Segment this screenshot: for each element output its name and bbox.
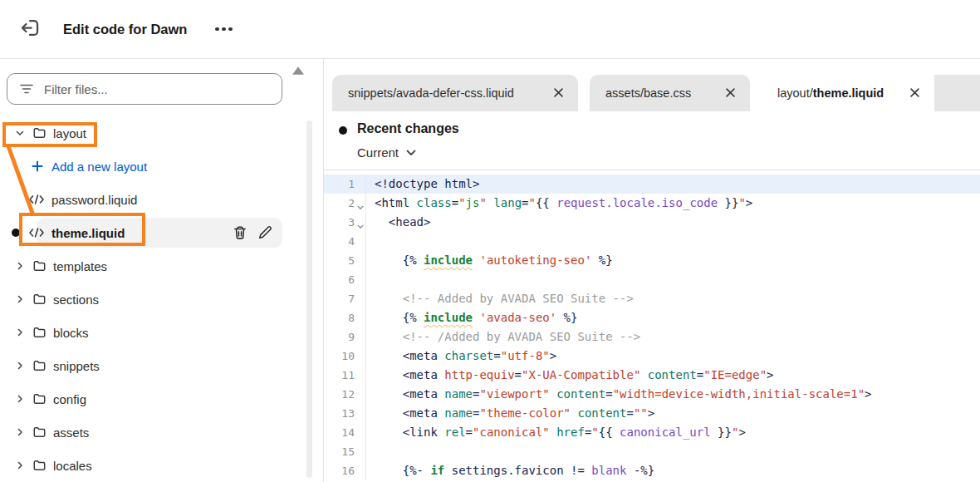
code-line-12[interactable]: 12 <meta name="viewport" content="width=… xyxy=(324,385,980,404)
open-files-tabbar: snippets/avada-defer-css.liquidassets/ba… xyxy=(324,75,980,111)
code-line-16[interactable]: 16 {%- if settings.favicon != blank -%} xyxy=(324,461,980,480)
line-number: 13 xyxy=(324,404,366,423)
sidebar-item-layout[interactable]: layout xyxy=(0,116,323,150)
editor-main: snippets/avada-defer-css.liquidassets/ba… xyxy=(324,58,980,482)
line-number: 5 xyxy=(324,251,366,270)
chevron-right-icon xyxy=(15,261,25,271)
code-line-text: <meta http-equiv="X-UA-Compatible" conte… xyxy=(366,366,774,385)
sidebar-item-blocks[interactable]: blocks xyxy=(0,316,323,349)
code-line-text: <link rel="canonical" href="{{ canonical… xyxy=(366,423,746,442)
code-line-4[interactable]: 4 xyxy=(324,232,980,251)
line-number: 7 xyxy=(324,289,366,308)
line-number: 9 xyxy=(324,327,366,347)
line-number: 11 xyxy=(324,366,366,385)
code-line-text xyxy=(366,270,375,289)
code-line-1[interactable]: 1<!doctype html> xyxy=(324,175,980,194)
chevron-right-icon xyxy=(15,361,25,371)
trash-icon xyxy=(233,225,247,240)
plus-icon xyxy=(32,160,43,172)
tab-label: layout/theme.liquid xyxy=(777,86,899,100)
pencil-icon xyxy=(257,225,272,240)
code-line-2[interactable]: 2<html class="js" lang="{{ request.local… xyxy=(324,194,980,213)
sidebar-item-add-a-new-layout[interactable]: Add a new layout xyxy=(0,150,323,183)
sidebar-item-label: templates xyxy=(53,259,107,273)
exit-icon xyxy=(18,17,41,42)
code-line-text: <!-- Added by AVADA SEO Suite --> xyxy=(366,289,634,308)
code-line-15[interactable]: 15 xyxy=(324,442,980,461)
kebab-menu-icon xyxy=(215,27,233,32)
sidebar-item-config[interactable]: config xyxy=(0,382,323,416)
tab-close-button[interactable] xyxy=(723,84,738,103)
code-line-text: {%- if settings.favicon != blank -%} xyxy=(366,461,654,480)
code-line-text: <meta name="viewport" content="width=dev… xyxy=(366,385,872,404)
sidebar-item-label: sections xyxy=(53,293,99,307)
sidebar-item-password-liquid[interactable]: password.liquid xyxy=(0,183,323,216)
top-bar: Edit code for Dawn xyxy=(0,0,980,59)
code-editor[interactable]: 1<!doctype html>2<html class="js" lang="… xyxy=(324,171,980,482)
tab-close-button[interactable] xyxy=(551,84,566,103)
line-number: 15 xyxy=(324,442,366,461)
page-title: Edit code for Dawn xyxy=(63,22,187,37)
tab-theme.liquid[interactable]: layout/theme.liquid xyxy=(762,75,934,111)
chevron-right-icon xyxy=(15,294,25,304)
scroll-up-icon[interactable] xyxy=(292,63,304,71)
folder-icon xyxy=(32,459,47,472)
code-line-text: <meta charset="utf-8"> xyxy=(366,347,556,366)
line-number: 12 xyxy=(324,385,366,404)
version-dropdown[interactable]: Current xyxy=(357,145,416,160)
code-line-text: {% include 'avada-seo' %} xyxy=(366,308,577,327)
code-file-icon xyxy=(28,227,45,239)
tab-label: snippets/avada-defer-css.liquid xyxy=(348,86,542,100)
sidebar-item-sections[interactable]: sections xyxy=(0,283,323,316)
code-line-13[interactable]: 13 <meta name="theme-color" content=""> xyxy=(324,404,980,423)
code-line-6[interactable]: 6 xyxy=(324,270,980,289)
sidebar-item-label: blocks xyxy=(53,326,89,340)
chevron-right-icon xyxy=(15,427,25,437)
chevron-down-icon xyxy=(15,128,25,138)
fold-toggle[interactable] xyxy=(356,218,365,226)
sidebar-item-label: config xyxy=(53,392,86,406)
fold-toggle[interactable] xyxy=(356,199,365,207)
code-line-text xyxy=(366,442,375,461)
folder-icon xyxy=(32,326,47,339)
folder-icon xyxy=(32,126,47,140)
file-sidebar: layoutAdd a new layoutpassword.liquidthe… xyxy=(0,58,324,482)
code-line-text: <!-- /Added by AVADA SEO Suite --> xyxy=(366,327,640,347)
close-icon xyxy=(554,87,563,100)
sidebar-item-assets[interactable]: assets xyxy=(0,416,323,449)
code-line-8[interactable]: 8 {% include 'avada-seo' %} xyxy=(324,308,980,327)
tab-snippets-avada-defer-css.liquid[interactable]: snippets/avada-defer-css.liquid xyxy=(332,75,578,111)
tab-close-button[interactable] xyxy=(907,84,923,103)
sidebar-item-label: assets xyxy=(53,425,89,440)
folder-icon xyxy=(32,392,47,406)
code-line-14[interactable]: 14 <link rel="canonical" href="{{ canoni… xyxy=(324,423,980,442)
code-line-10[interactable]: 10 <meta charset="utf-8"> xyxy=(324,347,980,366)
tab-assets-base.css[interactable]: assets/base.css xyxy=(590,75,750,111)
tabbar-filler xyxy=(934,75,980,111)
code-line-9[interactable]: 9 <!-- /Added by AVADA SEO Suite --> xyxy=(324,327,980,347)
folder-icon xyxy=(32,425,47,439)
line-number: 2 xyxy=(324,194,366,213)
rename-file-button[interactable] xyxy=(257,224,273,241)
code-line-5[interactable]: 5 {% include 'autoketing-seo' %} xyxy=(324,251,980,270)
exit-editor-button[interactable] xyxy=(17,17,42,42)
code-line-text: <!doctype html> xyxy=(366,175,479,194)
code-editor-app: Edit code for Dawn layoutAdd a new layou… xyxy=(0,0,980,482)
file-tree: layoutAdd a new layoutpassword.liquidthe… xyxy=(0,116,323,482)
sidebar-item-locales[interactable]: locales xyxy=(0,449,323,482)
line-number: 4 xyxy=(324,232,366,251)
sidebar-item-snippets[interactable]: snippets xyxy=(0,349,323,382)
filter-files-input[interactable] xyxy=(42,81,282,97)
code-line-7[interactable]: 7 <!-- Added by AVADA SEO Suite --> xyxy=(324,289,980,308)
sidebar-item-theme-liquid[interactable]: theme.liquid xyxy=(0,216,323,249)
more-actions-button[interactable] xyxy=(210,22,238,37)
code-line-3[interactable]: 3 <head> xyxy=(324,213,980,232)
filter-files-field xyxy=(7,73,282,105)
sidebar-item-label: locales xyxy=(53,459,92,473)
code-line-11[interactable]: 11 <meta http-equiv="X-UA-Compatible" co… xyxy=(324,366,980,385)
line-number: 10 xyxy=(324,347,366,366)
folder-icon xyxy=(32,293,47,306)
sidebar-item-templates[interactable]: templates xyxy=(0,249,323,283)
caret-down-icon xyxy=(406,150,416,156)
delete-file-button[interactable] xyxy=(232,224,248,241)
